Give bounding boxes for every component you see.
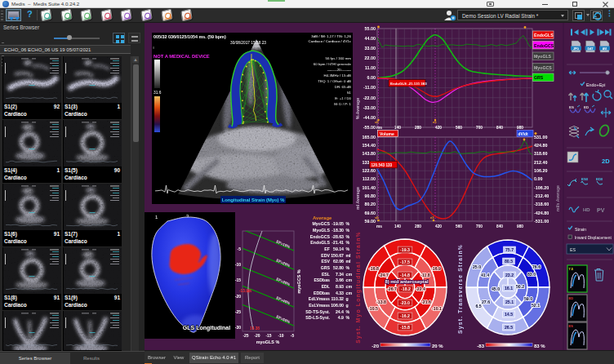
svg-text:30/08/2017 15.58.23: 30/08/2017 15.58.23 [230,41,266,45]
svg-text:-16.2: -16.2 [400,313,410,318]
svg-text:%: % [346,309,350,314]
svg-text:DAT: DAT [587,47,594,51]
svg-text:Inward Displacement: Inward Displacement [575,236,612,240]
svg-text:840: 840 [496,126,503,130]
svg-text:112.00: 112.00 [363,176,376,181]
svg-text:-21.6: -21.6 [421,300,431,304]
svg-text:4.9: 4.9 [338,315,344,320]
svg-text:83 %: 83 % [534,344,545,348]
svg-text:101.40: 101.40 [363,185,376,190]
svg-text:myoGCS %: myoGCS % [296,269,301,293]
svg-text:-15: -15 [235,277,241,282]
svg-text:ms: ms [376,126,382,130]
svg-text:EndoGLS: EndoGLS [534,33,554,38]
svg-text:150.67: 150.67 [331,253,344,258]
svg-text:Longitudinal Strain (Myo) %: Longitudinal Strain (Myo) % [222,198,285,202]
svg-text:EndoGCS: EndoGCS [534,43,554,48]
svg-text:420: 420 [435,224,442,229]
svg-text:-106.20: -106.20 [534,185,549,190]
svg-text:Strain: Strain [575,227,586,232]
svg-text:ES‖: ES‖ [581,177,588,181]
svg-text:280: 280 [415,224,421,229]
svg-text:-212.40: -212.40 [534,193,549,198]
svg-text:-5: -5 [238,246,242,251]
svg-text:700: 700 [476,126,483,130]
svg-text:ml: ml [346,253,352,258]
svg-text:-11.00: -11.00 [363,85,376,90]
svg-text:EDV: EDV [321,253,330,258]
svg-text:-22.4: -22.4 [416,286,425,291]
svg-text:-24.7: -24.7 [379,273,389,277]
svg-text:59.14: 59.14 [333,246,344,251]
svg-text:EndoGLS -21.131 383: EndoGLS -21.131 383 [390,82,427,86]
svg-text:83.0: 83.0 [527,272,536,277]
svg-text:--------2D--------: --------2D-------- [327,68,352,72]
svg-text:-531.00: -531.00 [534,219,549,224]
svg-text:700: 700 [476,224,483,229]
svg-text:cm: cm [346,272,353,277]
svg-text:143.80: 143.80 [363,151,376,156]
svg-text:7.5: 7.5 [569,267,574,271]
svg-text:60 bpm / hTHI generale: 60 bpm / hTHI generale [314,62,352,66]
svg-text:27.6: 27.6 [482,300,490,304]
svg-text:NOT A MEDICAL DEVICE: NOT A MEDICAL DEVICE [154,54,210,59]
svg-text:980: 980 [517,224,523,229]
svg-text:14.38: 14.38 [250,326,260,331]
svg-text:%: % [346,240,350,245]
svg-text:AVI: AVI [603,47,607,51]
svg-text:-11.8: -11.8 [420,273,430,277]
svg-text:MyoGLS: MyoGLS [534,54,552,59]
svg-text:EsLVmass: EsLVmass [309,303,330,308]
svg-text:-10: -10 [278,333,283,338]
svg-text:-15.8: -15.8 [400,325,410,330]
svg-text:ms: ms [376,224,382,229]
svg-text:ED: ED [584,105,589,109]
svg-text:EndoGCS: EndoGCS [310,234,331,239]
svg-text:Syst. Transverse Strain%: Syst. Transverse Strain% [457,244,464,334]
svg-text:MyoGLS: MyoGLS [313,228,331,233]
svg-text:EDL: EDL [322,284,331,289]
svg-text:MyoGCS: MyoGCS [312,221,330,226]
svg-text:ml: ml [346,259,352,264]
svg-text:GLS Longitudinal: GLS Longitudinal [183,325,230,331]
svg-text:myoGLS %: myoGLS % [256,340,280,344]
svg-text:-18.30: -18.30 [331,228,344,233]
svg-text:7.34: 7.34 [336,272,344,277]
svg-text:-14.8: -14.8 [400,273,410,277]
svg-text:3.66: 3.66 [336,277,344,282]
svg-text:165.00: 165.00 [363,135,376,140]
svg-text:%: % [346,315,350,320]
svg-text:52.1: 52.1 [532,303,540,308]
svg-text:23.2: 23.2 [505,273,514,277]
svg-text:%: % [346,265,350,270]
svg-text:%: % [346,246,350,251]
svg-text:50.2: 50.2 [516,284,524,289]
svg-text:E: +1 / D0: E: +1 / D0 [335,96,351,100]
svg-text:-21.41: -21.41 [331,240,344,245]
svg-text:-20: -20 [235,294,241,299]
svg-text:-19.3: -19.3 [400,247,410,252]
svg-text:H4.3MHz / 15 dB: H4.3MHz / 15 dB [324,73,352,78]
svg-text:cm: cm [346,277,353,282]
svg-text:20 %: 20 % [432,344,443,348]
svg-text:-10: -10 [235,262,241,267]
svg-text:cm: cm [346,284,353,289]
svg-text:110.32: 110.32 [331,296,344,301]
svg-text:s0: s0 [375,215,379,220]
svg-text:Syst. Myo Longitudinal Strain%: Syst. Myo Longitudinal Strain% [355,231,362,344]
svg-text:424.80: 424.80 [534,143,548,148]
svg-text:JPG: JPG [573,47,579,51]
svg-text:33.00: 33.00 [365,46,376,51]
svg-text:005/32 036/0125/1054 ms. (59: 005/32 036/0125/1054 ms. (59 bpm) [154,34,226,39]
svg-text:45.0: 45.0 [492,286,500,291]
svg-text:GRS: GRS [321,265,331,270]
svg-text:%: % [346,221,350,226]
svg-text:Volume: Volume [380,131,394,136]
svg-text:-5: -5 [291,333,295,338]
svg-text:56 fps / 160 mm: 56 fps / 160 mm [326,56,352,60]
svg-text:EdLVmass: EdLVmass [309,296,330,301]
svg-text:ml Average: ml Average [355,187,360,210]
svg-text:-23.0: -23.0 [400,300,410,305]
svg-text:531.00: 531.00 [534,135,548,140]
svg-text:840: 840 [496,224,503,229]
